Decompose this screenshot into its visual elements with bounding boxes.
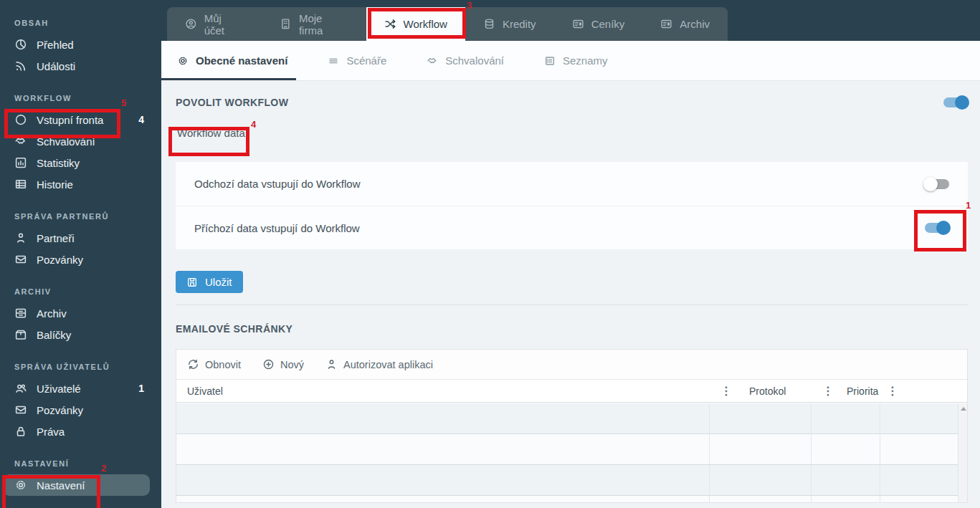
tab-archiv[interactable]: Archiv	[642, 7, 728, 41]
count-badge: 1	[138, 383, 147, 394]
tab-label: Moje firma	[299, 12, 348, 37]
plus-circle-icon	[262, 358, 275, 370]
toggle-knob	[955, 95, 969, 110]
povolit-workflow-label: POVOLIT WORKFLOW	[176, 97, 288, 108]
toolbar-button-label: Nový	[280, 359, 304, 370]
subtab-schvalovani[interactable]: Schvalování	[427, 41, 504, 80]
refresh-button[interactable]: Obnovit	[187, 358, 241, 370]
gear-icon	[177, 55, 189, 67]
section-title: ARCHIV	[0, 287, 161, 296]
table-row	[176, 403, 958, 434]
sidebar-section-obsah: OBSAH Přehled Události	[0, 19, 161, 77]
sidebar-item-label: Přehled	[37, 39, 74, 51]
subtab-label: Obecné nastavení	[196, 54, 287, 67]
refresh-icon	[187, 358, 199, 370]
price-card-icon	[572, 18, 584, 30]
archive-icon	[14, 307, 27, 320]
column-menu-icon[interactable]: ⋮	[819, 385, 837, 397]
sidebar-item-label: Statistiky	[37, 157, 80, 169]
sidebar-item-schvalovani[interactable]: Schvalování	[0, 130, 161, 152]
sidebar: OBSAH Přehled Události WORKFLOW Vstupní …	[0, 0, 161, 508]
new-button[interactable]: Nový	[262, 358, 304, 370]
sidebar-item-label: Balíčky	[37, 329, 71, 341]
prichozi-data-toggle[interactable]	[925, 223, 949, 233]
sidebar-item-label: Historie	[37, 178, 73, 191]
tab-kredity[interactable]: Kredity	[465, 7, 554, 41]
vertical-scrollbar[interactable]	[958, 403, 967, 502]
sidebar-item-archiv[interactable]: Archiv	[0, 302, 161, 324]
sidebar-item-pozvanky-uzivatele[interactable]: Pozvánky	[0, 399, 161, 421]
sidebar-item-udalosti[interactable]: Události	[0, 55, 161, 77]
sidebar-item-nastaveni[interactable]: Nastavení	[3, 474, 150, 496]
toggle-knob	[923, 177, 938, 191]
main-content: POVOLIT WORKFLOW Workflow data Odchozí d…	[161, 81, 980, 508]
odchozi-data-toggle[interactable]	[925, 179, 949, 189]
subtab-label: Seznamy	[563, 54, 608, 67]
table-row	[176, 434, 958, 465]
sidebar-item-balicky[interactable]: Balíčky	[0, 324, 161, 345]
sidebar-item-prava[interactable]: Práva	[0, 421, 161, 442]
authorize-app-button[interactable]: Autorizovat aplikaci	[325, 358, 433, 370]
sub-tabstrip: Obecné nastavení Scénáře Schvalování Sez…	[161, 41, 980, 81]
circle-icon	[14, 113, 27, 126]
tab-ceniky[interactable]: Ceníky	[554, 7, 643, 41]
workflow-data-label: Workflow data	[177, 127, 968, 139]
email-grid: Obnovit Nový Autorizovat aplikaci Uživat…	[176, 349, 968, 503]
scroll-up-icon[interactable]	[961, 407, 966, 411]
table-icon	[14, 178, 27, 191]
column-menu-icon[interactable]: ⋮	[718, 385, 735, 397]
person-icon	[325, 358, 338, 370]
subtab-label: Schvalování	[445, 54, 504, 67]
column-header-protokol[interactable]: Protokol	[735, 385, 819, 397]
coins-icon	[483, 18, 495, 30]
sidebar-item-historie[interactable]: Historie	[0, 173, 161, 195]
prichozi-data-row: Příchozí data vstupují do Workflow	[176, 206, 968, 249]
sidebar-item-partneri[interactable]: Partneři	[0, 227, 161, 249]
envelope-icon	[14, 253, 27, 266]
person-icon	[14, 231, 27, 244]
sidebar-item-vstupni-fronta[interactable]: Vstupní fronta 4	[0, 109, 161, 130]
gear-icon	[14, 479, 27, 492]
sidebar-item-pozvanky-partneri[interactable]: Pozvánky	[0, 249, 161, 270]
list-box-icon	[544, 55, 556, 67]
save-button[interactable]: Uložit	[176, 271, 243, 293]
sidebar-item-label: Události	[37, 60, 75, 72]
subtab-obecne-nastaveni[interactable]: Obecné nastavení	[177, 41, 287, 80]
grid-toolbar: Obnovit Nový Autorizovat aplikaci	[176, 350, 967, 380]
lock-icon	[14, 425, 27, 438]
sidebar-item-label: Archiv	[37, 307, 67, 320]
handshake-icon	[14, 135, 27, 148]
column-header-uzivatel[interactable]: Uživatel	[187, 385, 718, 397]
tab-muj-ucet[interactable]: Můj účet	[167, 7, 262, 41]
povolit-workflow-row: POVOLIT WORKFLOW	[176, 97, 968, 108]
column-menu-icon[interactable]: ⋮	[884, 385, 901, 397]
tab-workflow[interactable]: Workflow	[366, 7, 465, 41]
sidebar-item-label: Nastavení	[37, 479, 85, 492]
sidebar-item-label: Práva	[37, 426, 65, 438]
sidebar-item-statistiky[interactable]: Statistiky	[0, 152, 161, 173]
column-header-priorita[interactable]: Priorita	[837, 385, 884, 397]
subtab-seznamy[interactable]: Seznamy	[544, 41, 608, 80]
building-icon	[280, 18, 292, 30]
tab-moje-firma[interactable]: Moje firma	[262, 7, 366, 41]
package-icon	[14, 328, 27, 341]
tab-label: Archiv	[680, 18, 710, 30]
toggle-knob	[936, 221, 951, 235]
sidebar-item-label: Pozvánky	[37, 404, 83, 416]
sidebar-section-sprava-uzivatelu: SPRÁVA UŽIVATELŮ Uživatelé 1 Pozvánky Pr…	[0, 363, 161, 442]
bar-chart-icon	[14, 156, 27, 169]
section-title: OBSAH	[0, 19, 161, 27]
section-title: SPRÁVA PARTNERŮ	[0, 212, 161, 221]
user-circle-icon	[185, 18, 197, 30]
sidebar-item-label: Partneři	[37, 232, 75, 244]
tab-label: Kredity	[503, 18, 536, 30]
povolit-workflow-toggle[interactable]	[943, 97, 968, 107]
grid-header: Uživatel ⋮ Protokol ⋮ Priorita ⋮	[176, 380, 967, 403]
count-badge: 4	[138, 114, 147, 125]
sidebar-item-uzivatele[interactable]: Uživatelé 1	[0, 378, 161, 399]
section-divider	[176, 305, 968, 305]
sidebar-section-sprava-partneru: SPRÁVA PARTNERŮ Partneři Pozvánky	[0, 212, 161, 270]
section-title: SPRÁVA UŽIVATELŮ	[0, 363, 161, 371]
sidebar-item-prehled[interactable]: Přehled	[0, 34, 161, 55]
subtab-scenare[interactable]: Scénáře	[328, 41, 386, 80]
